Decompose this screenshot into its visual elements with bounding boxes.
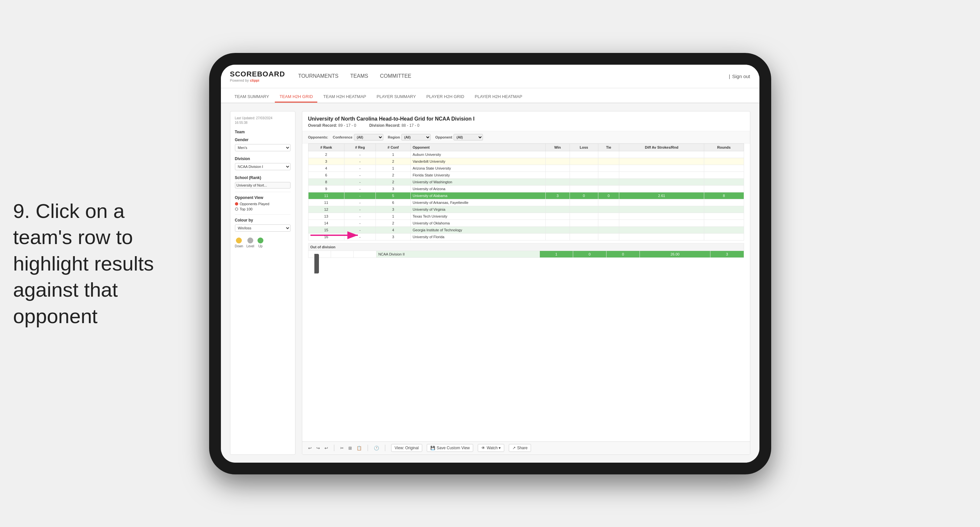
colour-by-label: Colour by <box>235 218 291 223</box>
out-div-loss: 0 <box>573 251 606 258</box>
view-original-btn[interactable]: View: Original <box>391 444 423 452</box>
table-row[interactable]: 13-1Texas Tech University <box>308 213 744 220</box>
opponent-filter: Opponent (All) <box>435 134 483 140</box>
out-div-win: 1 <box>539 251 573 258</box>
gender-label: Gender <box>235 137 291 142</box>
table-row[interactable]: 15-4Georgia Institute of Technology <box>308 226 744 233</box>
table-row[interactable]: 3-2Vanderbilt University <box>308 158 744 165</box>
opponent-filter-select[interactable]: (All) <box>453 134 483 140</box>
legend-row: Down Level Up <box>235 237 291 248</box>
logo-text: SCOREBOARD <box>230 70 285 78</box>
legend-dot-gray <box>247 237 253 244</box>
table-row[interactable]: 9-3University of Arizona <box>308 185 744 192</box>
col-tie: Tie <box>598 143 619 151</box>
table-row[interactable]: 8-2University of Washington <box>308 178 744 185</box>
table-row[interactable]: 14-2University of Oklahoma <box>308 220 744 226</box>
table-row[interactable]: 6-2Florida State University <box>308 172 744 178</box>
legend-down-label: Down <box>235 244 243 248</box>
tab-player-h2h-heatmap[interactable]: PLAYER H2H HEATMAP <box>470 91 527 103</box>
last-updated: Last Updated: 27/03/2024 16:55:38 <box>235 116 291 125</box>
nav-items: TOURNAMENTS TEAMS COMMITTEE <box>298 72 729 80</box>
division-record: Division Record: 88 - 17 - 0 <box>369 123 419 128</box>
school-input[interactable] <box>235 182 291 188</box>
legend-level: Level <box>247 237 254 248</box>
logo-sub: Powered by clippi <box>230 78 285 82</box>
col-opponent: Opponent <box>410 143 546 151</box>
overall-record: Overall Record: 89 - 17 - 0 <box>308 123 356 128</box>
toolbar-sep-3 <box>385 445 385 451</box>
scissors-btn[interactable]: ✂ <box>340 446 344 451</box>
tab-player-h2h-grid[interactable]: PLAYER H2H GRID <box>422 91 469 103</box>
view-original-label: View: Original <box>395 446 419 450</box>
nav-teams[interactable]: TEAMS <box>350 72 368 80</box>
division-record-value: 88 - 17 - 0 <box>402 123 420 128</box>
conference-filter-label: Conference <box>332 135 353 139</box>
opponent-view-radio-group: Opponents Played Top 100 <box>235 202 291 211</box>
team-label: Team <box>235 130 291 134</box>
school-label: School (Rank) <box>235 175 291 180</box>
table-row[interactable]: 4-1Arizona State University <box>308 165 744 172</box>
paste-btn[interactable]: 📋 <box>356 446 362 451</box>
share-btn[interactable]: ↗ Share <box>509 444 531 452</box>
nav-committee[interactable]: COMMITTEE <box>380 72 411 80</box>
clock-btn[interactable]: 🕐 <box>374 446 379 451</box>
col-reg: # Reg <box>344 143 376 151</box>
table-row[interactable]: 11-6University of Arkansas, Fayetteville <box>308 199 744 206</box>
tab-player-summary[interactable]: PLAYER SUMMARY <box>372 91 420 103</box>
watch-icon: 👁 <box>481 446 485 450</box>
gender-select[interactable]: Men's <box>235 144 291 151</box>
last-updated-time: 16:55:38 <box>235 121 248 124</box>
out-of-div-table: Out of division NCAA Division II 1 0 0 <box>308 243 744 258</box>
col-win: Win <box>546 143 570 151</box>
colour-by-select[interactable]: Win/loss <box>235 224 291 232</box>
table-row[interactable]: 2-1Auburn University <box>308 151 744 158</box>
panel-divider-1 <box>235 192 291 192</box>
table-row[interactable]: 16-3University of Florida <box>308 233 744 240</box>
out-div-col-blank3 <box>353 251 376 258</box>
table-row[interactable]: 11-5University of Alabama3002.618 <box>308 192 744 199</box>
undo-btn[interactable]: ↩ <box>308 446 312 451</box>
annotation-text: 9. Click on a team's row to highlight re… <box>13 197 170 330</box>
tab-team-h2h-heatmap[interactable]: TEAM H2H HEATMAP <box>318 91 371 103</box>
radio-opponents-played[interactable]: Opponents Played <box>235 202 291 206</box>
radio-top100[interactable]: Top 100 <box>235 207 291 211</box>
conference-filter-select[interactable]: (All) <box>354 134 383 140</box>
region-filter-select[interactable]: (All) <box>401 134 431 140</box>
division-select[interactable]: NCAA Division I <box>235 163 291 170</box>
legend-up: Up <box>258 237 263 248</box>
top100-label: Top 100 <box>240 207 253 211</box>
col-rounds: Rounds <box>704 143 744 151</box>
logo-area: SCOREBOARD Powered by clippi <box>230 70 285 82</box>
out-of-div-data-row[interactable]: NCAA Division II 1 0 0 26.00 3 <box>308 251 744 258</box>
out-div-division: NCAA Division II <box>376 251 539 258</box>
table-header-row: # Rank # Reg # Conf Opponent Win Loss Ti… <box>308 143 744 151</box>
toolbar-sep-2 <box>368 445 368 451</box>
nav-tournaments[interactable]: TOURNAMENTS <box>298 72 338 80</box>
out-of-division-label: Out of division <box>308 243 744 251</box>
copy-btn[interactable]: ⊞ <box>348 446 352 451</box>
table-body: 2-1Auburn University3-2Vanderbilt Univer… <box>308 151 744 240</box>
redo-btn[interactable]: ↪ <box>316 446 320 451</box>
out-div-col-blank1 <box>308 251 331 258</box>
back-btn[interactable]: ↩ <box>325 446 328 451</box>
col-conf: # Conf <box>376 143 410 151</box>
grid-records: Overall Record: 89 - 17 - 0 Division Rec… <box>308 123 744 128</box>
legend-down: Down <box>235 237 243 248</box>
table-row[interactable]: 12-3University of Virginia <box>308 206 744 213</box>
share-icon: ↗ <box>512 446 515 450</box>
region-filter: Region (All) <box>388 134 431 140</box>
grid-header: University of North Carolina Head-to-Hea… <box>302 111 750 131</box>
out-div-rounds: 3 <box>710 251 744 258</box>
main-content: Last Updated: 27/03/2024 16:55:38 Team G… <box>221 103 759 463</box>
opponent-filter-label: Opponent <box>435 135 452 139</box>
division-label: Division <box>235 156 291 161</box>
overall-record-value: 89 - 17 - 0 <box>338 123 356 128</box>
tab-team-summary[interactable]: TEAM SUMMARY <box>230 91 274 103</box>
save-custom-view-btn[interactable]: 💾 Save Custom View <box>427 444 473 452</box>
tab-team-h2h-grid[interactable]: TEAM H2H GRID <box>275 91 317 103</box>
last-updated-label: Last Updated: 27/03/2024 <box>235 116 272 120</box>
sign-out-button[interactable]: | Sign out <box>729 73 750 79</box>
tablet-screen: SCOREBOARD Powered by clippi TOURNAMENTS… <box>221 65 759 463</box>
watch-btn[interactable]: 👁 Watch ▾ <box>478 444 504 452</box>
legend-level-label: Level <box>247 244 254 248</box>
